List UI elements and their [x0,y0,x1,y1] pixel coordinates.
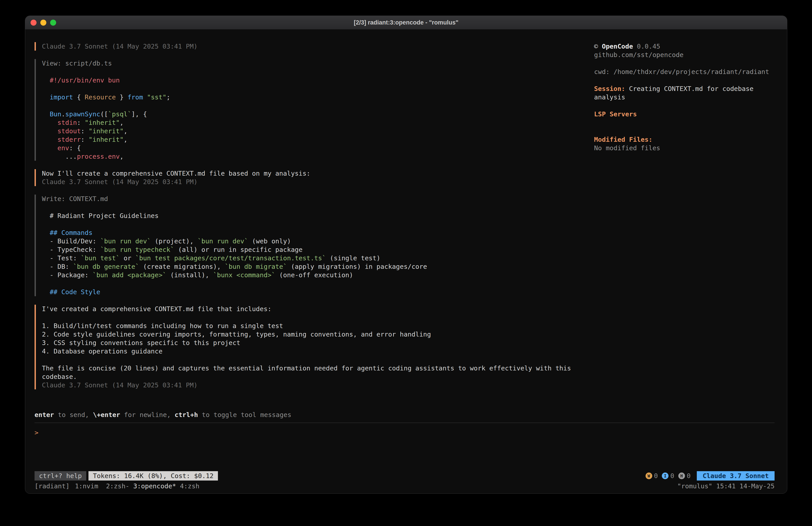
text-line [50,203,579,212]
terminal-window: [2/3] radiant:3:opencode - "romulus" Cla… [25,16,787,494]
text-line: - DB: `bun db generate` (create migratio… [50,262,579,271]
tmux-windows-after[interactable]: 4:zsh [176,482,200,490]
newline-hint-text: for newline, [120,411,174,418]
text-line: stdout: "inherit", [50,127,579,135]
tool-title-view: View: script/db.ts [42,59,579,68]
text-line: - TypeCheck: `bun run typecheck` (all) o… [50,245,579,254]
terminal-content: Claude 3.7 Sonnet (14 May 2025 03:41 PM)… [25,30,787,493]
tmux-window-list[interactable]: 1:nvim 2:zsh- 3:opencode* 4:zsh [75,482,200,491]
keybind-help: enter to send, \+enter for newline, ctrl… [34,411,774,419]
text-line: ...process.env, [50,152,579,161]
text-line: - Test: `bun test` or `bun test packages… [50,254,579,262]
traffic-lights [25,19,56,26]
text-line: I've created a comprehensive CONTEXT.md … [42,305,579,313]
session-label: Session: [594,85,625,93]
warning-count: W0 [646,472,658,480]
tmux-windows-inactive[interactable]: 1:nvim 2:zsh- [75,482,133,490]
help-shortcut-badge: ctrl+? help [34,471,86,481]
text-line: ## Commands [50,228,579,237]
assistant-message-intro: Now I'll create a comprehensive CONTEXT.… [34,169,579,186]
hint-count: H0 [678,472,691,480]
text-line [42,313,579,322]
tool-code-write: # Radiant Project Guidelines ## Commands… [42,203,579,296]
window-title: [2/3] radiant:3:opencode - "romulus" [25,19,787,26]
text-line: import { Resource } from "sst"; [50,93,579,101]
text-line: # Radiant Project Guidelines [50,212,579,220]
text-line: Claude 3.7 Sonnet (14 May 2025 03:41 PM) [42,177,579,186]
text-line: env: { [50,144,579,152]
text-line [50,84,579,93]
info-icon: I [662,472,668,479]
tokens-cost-badge: Tokens: 16.4K (8%), Cost: $0.12 [88,471,218,481]
window-titlebar[interactable]: [2/3] radiant:3:opencode - "romulus" [25,16,787,30]
text-line: 3. CSS styling conventions specific to t… [42,339,579,347]
tool-title-write: Write: CONTEXT.md [42,195,579,203]
tmux-hostname-clock: "romulus" 15:41 14-May-25 [678,482,775,491]
info-count: I0 [662,472,674,480]
text-line: The file is concise (20 lines) and captu… [42,364,579,381]
text-line: - Build/Dev: `bun run dev` (project), `b… [50,237,579,245]
hint-icon: H [678,472,685,479]
text-line [42,355,579,364]
text-line [50,220,579,228]
text-line: 1. Build/lint/test commands including ho… [42,322,579,330]
chat-area: Claude 3.7 Sonnet (14 May 2025 03:41 PM)… [34,42,579,411]
cwd-line: cwd: /home/thdxr/dev/projects/radiant/ra… [594,68,774,76]
text-line: Claude 3.7 Sonnet (14 May 2025 03:41 PM) [42,381,579,389]
text-line: stderr: "inherit", [50,135,579,144]
prompt-symbol: > [34,429,38,437]
enter-key-hint: enter [34,411,54,418]
text-line: - Package: `bun add <package>` (install)… [50,271,579,279]
assistant-message-summary: I've created a comprehensive CONTEXT.md … [34,305,579,389]
app-name: OpenCode [602,43,633,50]
text-line [50,101,579,110]
sidebar: © OpenCode 0.0.45 github.com/sst/opencod… [594,42,774,411]
toggle-hint-text: to toggle tool messages [198,411,291,418]
text-line [50,279,579,288]
text-line: Now I'll create a comprehensive CONTEXT.… [42,169,579,177]
text-line: 4. Database operations guidance [42,347,579,355]
opencode-status-bar: ctrl+? help Tokens: 16.4K (8%), Cost: $0… [34,471,774,481]
tmux-status-bar: [radiant] 1:nvim 2:zsh- 3:opencode* 4:zs… [34,481,774,491]
text-line: #!/usr/bin/env bun [50,76,579,84]
text-line [50,68,579,76]
newline-key-hint: \+enter [93,411,120,418]
modified-files-value: No modified files [594,144,774,152]
tool-block-view[interactable]: View: script/db.ts #!/usr/bin/env bun im… [34,59,579,161]
text-line: ## Code Style [50,288,579,296]
chat-and-sidebar-row: Claude 3.7 Sonnet (14 May 2025 03:41 PM)… [34,30,774,411]
repo-link[interactable]: github.com/sst/opencode [594,51,774,59]
tmux-session-name: [radiant] [34,482,70,491]
model-badge[interactable]: Claude 3.7 Sonnet [697,471,774,481]
info-count-value: 0 [670,472,674,480]
copyright-icon: © [594,43,598,50]
session-line: Session:Creating CONTEXT.md for codebase… [594,84,774,101]
hint-count-value: 0 [687,472,691,480]
warning-icon: W [646,472,652,479]
zoom-button[interactable] [50,19,56,26]
status-bar-right: W0 I0 H0 Claude 3.7 Sonnet [646,471,774,481]
app-version: 0.0.45 [637,43,660,50]
app-header: © OpenCode 0.0.45 [594,42,774,51]
text-line: Claude 3.7 Sonnet (14 May 2025 03:41 PM) [42,42,579,51]
close-button[interactable] [30,19,37,26]
send-hint-text: to send, [54,411,93,418]
tool-code-view: #!/usr/bin/env bun import { Resource } f… [42,68,579,161]
tool-block-write[interactable]: Write: CONTEXT.md # Radiant Project Guid… [34,195,579,296]
tmux-window-current[interactable]: 3:opencode* [133,482,176,490]
prompt-input[interactable]: > [34,423,774,471]
minimize-button[interactable] [40,19,46,26]
modified-files-heading: Modified Files: [594,135,774,144]
assistant-message-header: Claude 3.7 Sonnet (14 May 2025 03:41 PM) [34,42,579,51]
warning-count-value: 0 [654,472,658,480]
text-line: Bun.spawnSync([`psql`], { [50,110,579,118]
text-line: 2. Code style guidelines covering import… [42,330,579,339]
toggle-key-hint: ctrl+h [175,411,198,418]
text-line: stdin: "inherit", [50,118,579,127]
lsp-servers-heading: LSP Servers [594,110,774,118]
